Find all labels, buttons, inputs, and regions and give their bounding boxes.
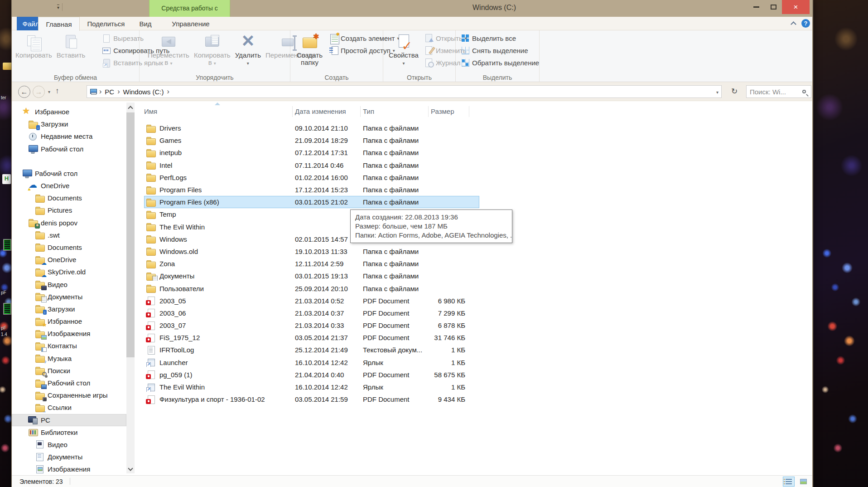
breadcrumb-pc[interactable]: PC [103, 88, 116, 96]
file-row[interactable]: IFRToolLog 25.12.2014 21:49 Текстовый до… [144, 344, 479, 356]
file-row[interactable]: FiS_1975_12 03.05.2014 21:37 PDF Documen… [144, 331, 479, 344]
qat-icon[interactable] [15, 3, 24, 11]
file-row[interactable]: Drivers 09.10.2014 21:10 Папка с файлами [144, 122, 479, 134]
column-header-date[interactable]: Дата изменения [295, 107, 346, 115]
sidebar-item[interactable]: Изображения [12, 327, 126, 340]
sidebar-item[interactable]: Рабочий стол [12, 167, 126, 180]
sidebar-item[interactable]: Documents [12, 241, 126, 253]
column-header-type[interactable]: Тип [363, 107, 374, 115]
breadcrumb-chevron-icon[interactable]: › [116, 86, 121, 97]
thumbnail-view-button[interactable] [797, 477, 809, 487]
file-row[interactable]: Физкультура и спорт - 1936-01-02 03.05.2… [144, 393, 479, 405]
file-row[interactable]: Windows.old 19.10.2013 11:33 Папка с фай… [144, 245, 479, 258]
sidebar-item[interactable]: Библиотеки [12, 426, 126, 438]
address-dropdown-icon[interactable]: ▾ [716, 90, 719, 95]
ribbon-large-button[interactable]: Копировать в ▾ [192, 32, 232, 68]
sidebar-item[interactable]: Изображения [12, 463, 126, 475]
ribbon-small-button[interactable]: Обратить выделение [459, 58, 540, 68]
sidebar-item[interactable]: Документы [12, 291, 126, 303]
search-input[interactable]: Поиск: Wi... [746, 85, 811, 98]
sidebar-item[interactable]: Музыка [12, 352, 126, 365]
sidebar-item[interactable]: Документы [12, 451, 126, 463]
help-icon[interactable]: ? [801, 19, 810, 28]
column-header-name[interactable]: Имя [144, 107, 157, 115]
sidebar-item[interactable]: Видео [12, 438, 126, 451]
file-row[interactable]: pg_059 (1) 21.04.2014 0:40 PDF Document … [144, 369, 479, 381]
scrollbar-thumb[interactable] [126, 112, 135, 357]
sidebar-item[interactable]: Избранное [12, 315, 126, 327]
collapse-ribbon-icon[interactable] [791, 21, 796, 26]
refresh-icon[interactable]: ↻ [726, 85, 743, 98]
details-view-button[interactable] [783, 477, 795, 487]
sidebar-item[interactable]: Рабочий стол [12, 143, 126, 155]
file-row[interactable]: 2003_07 21.03.2014 0:33 PDF Document 6 8… [144, 319, 479, 331]
recent-locations-dropdown-icon[interactable]: ▾ [48, 89, 50, 94]
sidebar-item[interactable]: Documents [12, 192, 126, 204]
sidebar-item[interactable]: Недавние места [12, 130, 126, 142]
sidebar-item[interactable]: .swt [12, 229, 126, 241]
file-date-cell: 16.10.2014 12:42 [295, 359, 363, 366]
ribbon-large-button[interactable]: Копировать [14, 32, 54, 67]
breadcrumb-chevron-icon[interactable]: › [166, 86, 171, 97]
file-row[interactable]: Program Files (x86) 03.01.2015 21:02 Пап… [144, 196, 479, 208]
file-row[interactable]: Intel 07.11.2014 0:46 Папка с файлами [144, 159, 479, 171]
sidebar-item[interactable]: SkyDrive.old [12, 266, 126, 278]
file-row[interactable]: PerfLogs 01.02.2014 16:00 Папка с файлам… [144, 171, 479, 184]
sidebar-item[interactable]: Контакты [12, 340, 126, 352]
sidebar-item[interactable]: Загрузки [12, 303, 126, 315]
sidebar-item-label: .swt [48, 231, 60, 239]
column-header-size[interactable]: Размер [431, 107, 454, 115]
sidebar-item[interactable]: Ссылки [12, 401, 126, 414]
sidebar-item[interactable]: Избранное [12, 106, 126, 118]
maximize-button[interactable] [765, 0, 782, 14]
qat-dropdown-icon[interactable]: ▾ [57, 5, 59, 10]
sidebar-item[interactable]: denis popov [12, 217, 126, 229]
ribbon-large-button[interactable]: Создать папку [295, 32, 324, 67]
ribbon-large-button[interactable]: Переместить в ▾ [146, 32, 191, 68]
ribbon-small-button[interactable]: Снять выделение [459, 45, 540, 55]
back-button[interactable]: ← [18, 86, 30, 98]
sidebar-item[interactable]: Поиски [12, 365, 126, 377]
qat-icon[interactable] [26, 3, 34, 11]
file-row[interactable]: Program Files 17.12.2014 15:23 Папка с ф… [144, 184, 479, 196]
minimize-button[interactable] [747, 0, 765, 14]
sidebar-scrollbar[interactable] [126, 102, 135, 473]
breadcrumb-drive[interactable]: Windows (C:) [121, 88, 166, 96]
tab-view[interactable]: Вид [132, 17, 159, 30]
ribbon-large-button[interactable]: Удалить ▾ [233, 32, 263, 68]
file-row[interactable]: Games 21.09.2014 18:29 Папка с файлами [144, 134, 479, 146]
file-row[interactable]: Launcher 16.10.2014 12:42 Ярлык 1 КБ [144, 356, 479, 369]
up-button[interactable]: ↑ [55, 87, 59, 96]
scroll-up-icon[interactable] [128, 105, 132, 109]
ribbon-small-button[interactable]: Выделить все [459, 33, 540, 43]
breadcrumb-chevron-icon[interactable]: › [98, 86, 103, 97]
sidebar-item[interactable]: OneDrive [12, 180, 126, 192]
file-row[interactable]: 2003_05 21.03.2014 0:52 PDF Document 6 9… [144, 295, 479, 307]
sidebar-item-label: Библиотеки [41, 429, 77, 436]
tab-manage[interactable]: Управление [164, 17, 217, 30]
scroll-down-icon[interactable] [128, 467, 132, 471]
sidebar-item[interactable]: Сохраненные игры [12, 389, 126, 401]
tab-share[interactable]: Поделиться [81, 17, 131, 30]
sidebar-item[interactable]: Pictures [12, 204, 126, 216]
sidebar-item[interactable]: Загрузки [12, 118, 126, 130]
file-row[interactable]: The Evil Within 16.10.2014 12:42 Ярлык 1… [144, 381, 479, 393]
sidebar-item[interactable]: Видео [12, 278, 126, 290]
sidebar-item[interactable]: PC [12, 414, 126, 426]
ribbon-button-icon [461, 34, 470, 43]
sidebar-item[interactable]: Рабочий стол [12, 377, 126, 389]
file-row[interactable]: Документы 03.01.2015 19:13 Папка с файла… [144, 270, 479, 282]
ribbon-large-button[interactable]: Свойства ▾ [387, 32, 420, 68]
file-row[interactable]: inetpub 07.12.2014 17:31 Папка с файлами [144, 146, 479, 159]
address-bar[interactable]: › PC › Windows (C:) › ▾ [87, 85, 722, 98]
file-row[interactable]: Zona 12.11.2014 2:59 Папка с файлами [144, 258, 479, 270]
sidebar-item[interactable]: OneDrive [12, 253, 126, 266]
qat-icon[interactable] [37, 3, 45, 11]
file-row[interactable]: Пользователи 25.09.2014 20:10 Папка с фа… [144, 282, 479, 294]
file-row[interactable]: 2003_06 21.03.2014 0:37 PDF Document 7 2… [144, 307, 479, 319]
close-button[interactable]: × [782, 0, 810, 14]
tab-home[interactable]: Главная [38, 17, 80, 31]
forward-button[interactable]: → [33, 86, 45, 98]
ribbon-large-button[interactable]: Вставить [55, 32, 87, 67]
title-bar[interactable]: ▾ Средства работы с дисками Windows (C:)… [12, 0, 812, 17]
